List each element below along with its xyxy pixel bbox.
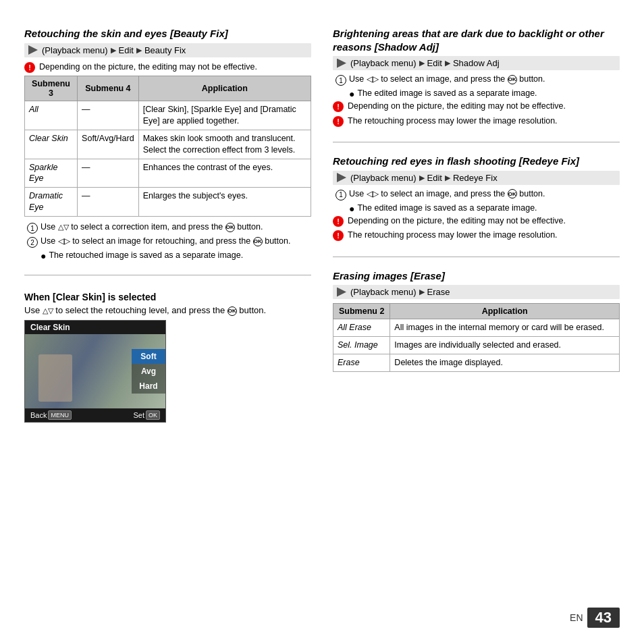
ok-key-badge: OK [146,410,160,420]
row4-col2: — [78,188,139,217]
set-label: Set [133,411,144,419]
table-row: All — [Clear Skin], [Sparkle Eye] and [D… [25,101,311,130]
divider-1 [24,275,311,275]
left-column: Retouching the skin and eyes [Beauty Fix… [24,27,311,617]
warning-icon-1: ! [24,62,35,73]
play-icon-4 [337,288,346,297]
redeye-warning-1: ! Depending on the picture, the editing … [333,215,620,227]
erase-col-header-1: Submenu 2 [333,304,390,319]
shadow-step-1: 1 Use ◁▷ to select an image, and press t… [336,74,620,86]
arrow-icon-1: ▶ [111,46,116,55]
step-2-text: Use ◁▷ to select an image for retouching… [41,236,290,246]
soft-btn-hard[interactable]: Hard [132,379,165,394]
redeye-bullet-1: ● The edited image is saved as a separat… [349,203,620,213]
bullet-1-text: The retouched image is saved as a separa… [49,250,243,260]
play-icon-3 [337,173,346,182]
shadow-step-1-text: Use ◁▷ to select an image, and press the… [349,74,545,84]
erase-table: Submenu 2 Application All Erase All imag… [333,303,620,372]
row4-col3: Enlarges the subject's eyes. [138,188,311,217]
menu-path-item1: (Playback menu) [42,45,108,55]
row3-col1: Sparkle Eye [25,159,78,188]
shadow-bullet-1: ● The edited image is saved as a separat… [349,88,620,99]
redeye-steps: 1 Use ◁▷ to select an image, and press t… [336,189,620,213]
step-1-text: Use △▽ to select a correction item, and … [41,222,263,232]
erase-menu-2: Erase [427,287,450,297]
beauty-fix-title: Retouching the skin and eyes [Beauty Fix… [24,27,311,41]
clear-skin-title: When [Clear Skin] is selected [24,292,311,302]
row4-col1: Dramatic Eye [25,188,78,217]
redeye-fix-section: Retouching red eyes in flash shooting [R… [333,155,620,244]
arrow-icon-2: ▶ [136,46,142,55]
shadow-adj-menu-path: (Playback menu) ▶ Edit ▶ Shadow Adj [333,56,620,70]
photo-figure [38,354,72,402]
erase-row3-col2: Deletes the image displayed. [390,354,620,371]
table-row: All Erase All images in the internal mem… [333,319,620,337]
redeye-step-1: 1 Use ◁▷ to select an image, and press t… [336,189,620,200]
back-key: Back MENU [30,410,72,420]
col-header-submenu3: Submenu 3 [25,76,78,101]
shadow-menu-1: (Playback menu) [350,58,417,68]
menu-key-badge: MENU [48,410,72,420]
arrow-5: ▶ [419,173,425,182]
shadow-warning-2-text: The retouching process may lower the ima… [348,115,558,128]
erase-row1-col1: All Erase [333,319,390,337]
row1-col2: — [78,101,139,130]
step-number-1: 1 [27,223,38,234]
arrow-3: ▶ [419,59,425,68]
page-number-area: EN 43 [570,608,620,628]
warning-icon-5: ! [333,230,344,241]
soft-btn-soft[interactable]: Soft [132,349,165,364]
divider-2 [333,142,620,142]
row2-col3: Makes skin look smooth and translucent. … [138,130,311,159]
table-row: Sel. Image Images are individually selec… [333,336,620,354]
redeye-fix-title: Retouching red eyes in flash shooting [R… [333,155,620,168]
divider-3 [333,257,620,257]
erase-row2-col1: Sel. Image [333,336,390,354]
soft-buttons: Soft Avg Hard [132,334,165,408]
set-key: Set OK [133,410,160,420]
shadow-warning-2: ! The retouching process may lower the i… [333,115,620,128]
play-icon-2 [337,59,346,68]
row2-col2: Soft/Avg/Hard [78,130,139,159]
arrow-4: ▶ [445,59,450,68]
arrow-6: ▶ [445,173,450,182]
table-row: Erase Deletes the image displayed. [333,354,620,371]
beauty-fix-section: Retouching the skin and eyes [Beauty Fix… [24,27,311,263]
erase-row1-col2: All images in the internal memory or car… [390,319,620,337]
row3-col3: Enhances the contrast of the eyes. [138,159,311,188]
shadow-warning-1-text: Depending on the picture, the editing ma… [348,101,566,113]
shadow-bullet-sym: ● [349,89,354,99]
back-label: Back [30,411,47,419]
soft-btn-avg[interactable]: Avg [132,364,165,379]
menu-path-item3: Beauty Fix [144,45,186,55]
warning-icon-3: ! [333,116,344,127]
shadow-menu-3: Shadow Adj [453,58,500,68]
page-number: 43 [587,608,620,628]
shadow-menu-2: Edit [427,58,442,68]
en-label: EN [570,612,583,623]
erase-title: Erasing images [Erase] [333,269,620,283]
clear-skin-desc: Use △▽ to select the retouching level, a… [24,305,311,316]
shadow-step-num: 1 [336,75,346,86]
arrow-7: ▶ [419,288,425,296]
redeye-warning-2-text: The retouching process may lower the ima… [348,230,558,242]
warning-icon-2: ! [333,101,344,112]
col-header-application: Application [138,76,311,101]
beauty-fix-table: Submenu 3 Submenu 4 Application All — [C… [24,76,311,217]
screen-header: Clear Skin [25,321,165,334]
beauty-fix-warning: ! Depending on the picture, the editing … [24,61,311,74]
camera-screen: Clear Skin Soft Avg Hard Back MENU [24,320,166,423]
bullet-1: ● The retouched image is saved as a sepa… [41,250,311,261]
redeye-menu-2: Edit [427,173,442,183]
erase-section: Erasing images [Erase] (Playback menu) ▶… [333,269,620,377]
erase-row2-col2: Images are individually selected and era… [390,336,620,354]
redeye-warning-2: ! The retouching process may lower the i… [333,230,620,242]
redeye-warning-1-text: Depending on the picture, the editing ma… [348,215,566,227]
shadow-steps: 1 Use ◁▷ to select an image, and press t… [336,74,620,99]
clear-skin-section: When [Clear Skin] is selected Use △▽ to … [24,288,311,427]
erase-col-header-2: Application [390,304,620,319]
redeye-step-num: 1 [336,190,346,200]
shadow-warning-1: ! Depending on the picture, the editing … [333,101,620,113]
table-row: Sparkle Eye — Enhances the contrast of t… [25,159,311,188]
redeye-menu-path: (Playback menu) ▶ Edit ▶ Redeye Fix [333,171,620,185]
